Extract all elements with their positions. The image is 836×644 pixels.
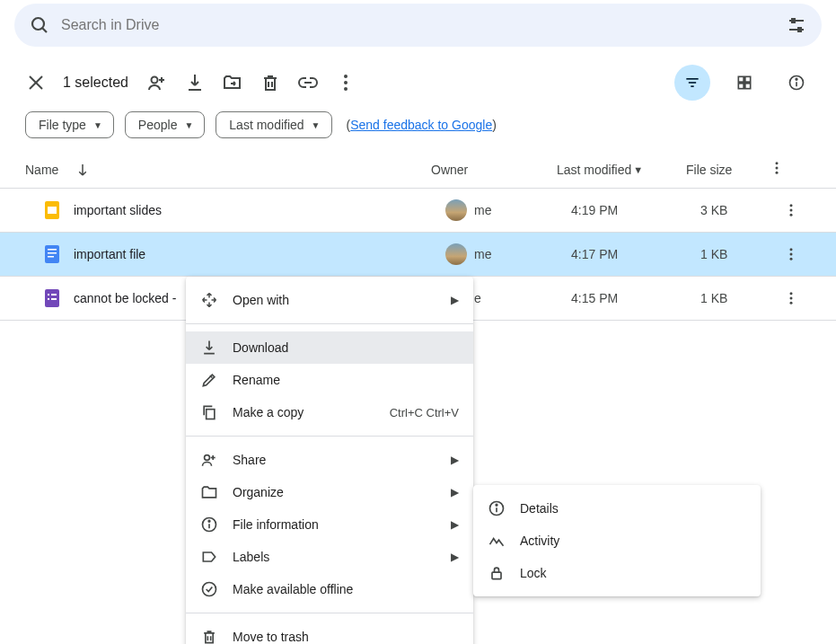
row-more-button[interactable]: [781, 290, 799, 306]
owner-label: me: [474, 247, 491, 261]
svg-point-12: [344, 81, 348, 84]
more-actions-button[interactable]: [335, 72, 356, 93]
modified-cell: 4:15 PM: [571, 291, 700, 305]
last-modified-chip[interactable]: Last modified▼: [216, 111, 331, 138]
menu-download[interactable]: Download: [186, 331, 473, 364]
svg-point-45: [790, 297, 793, 300]
svg-rect-34: [48, 252, 57, 254]
column-owner[interactable]: Owner: [431, 163, 557, 177]
svg-rect-17: [738, 76, 744, 82]
svg-rect-41: [51, 294, 57, 296]
download-button[interactable]: [184, 72, 206, 93]
column-modified[interactable]: Last modified: [557, 163, 631, 177]
share-icon: [200, 451, 218, 469]
menu-make-copy[interactable]: Make a copy Ctrl+C Ctrl+V: [186, 396, 473, 428]
svg-point-0: [32, 18, 44, 30]
filter-toggle-button[interactable]: [674, 65, 710, 101]
feedback-link[interactable]: Send feedback to Google: [350, 118, 492, 132]
menu-label: Move to trash: [233, 630, 459, 644]
row-more-button[interactable]: [781, 202, 799, 218]
menu-offline[interactable]: Make available offline: [186, 573, 473, 605]
chevron-right-icon: ▶: [451, 454, 459, 466]
svg-point-13: [344, 87, 348, 91]
menu-trash[interactable]: Move to trash: [186, 621, 473, 644]
chevron-right-icon: ▶: [451, 518, 459, 531]
menu-label: Make a copy: [233, 405, 390, 419]
chevron-right-icon: ▶: [451, 294, 459, 306]
share-button[interactable]: [146, 72, 168, 93]
row-more-button[interactable]: [781, 246, 799, 262]
menu-label: Download: [233, 340, 459, 355]
svg-rect-40: [48, 294, 49, 296]
menu-labels[interactable]: Labels ▶: [186, 541, 473, 573]
chevron-right-icon: ▶: [451, 486, 459, 498]
rename-icon: [200, 371, 218, 389]
sort-arrow-icon[interactable]: [75, 162, 91, 178]
divider: [186, 436, 473, 437]
column-name[interactable]: Name: [25, 163, 58, 177]
menu-share[interactable]: Share ▶: [186, 444, 473, 476]
menu-rename[interactable]: Rename: [186, 364, 473, 396]
svg-point-8: [151, 77, 157, 84]
table-row[interactable]: important file me 4:17 PM 1 KB: [0, 233, 836, 277]
submenu-details[interactable]: Details: [473, 492, 761, 525]
svg-point-38: [790, 258, 793, 260]
menu-shortcut: Ctrl+C Ctrl+V: [390, 406, 459, 419]
submenu-lock[interactable]: Lock: [473, 557, 761, 589]
search-input[interactable]: [61, 17, 786, 33]
menu-label: Labels: [233, 550, 451, 564]
svg-point-44: [790, 292, 793, 295]
delete-button[interactable]: [260, 72, 281, 93]
svg-point-11: [344, 75, 348, 78]
svg-rect-18: [745, 76, 751, 82]
svg-point-29: [790, 204, 793, 207]
svg-point-36: [790, 248, 793, 251]
label-icon: [200, 548, 218, 566]
people-chip[interactable]: People▼: [125, 111, 206, 138]
search-icon[interactable]: [29, 14, 50, 36]
submenu-activity[interactable]: Activity: [473, 525, 761, 557]
submenu-label: Activity: [520, 534, 746, 548]
divider: [186, 613, 473, 613]
move-button[interactable]: [222, 72, 243, 93]
link-button[interactable]: [297, 72, 319, 93]
grid-view-button[interactable]: [726, 65, 762, 101]
svg-rect-19: [738, 84, 744, 89]
copy-icon: [200, 403, 218, 421]
lock-icon: [488, 564, 506, 582]
svg-line-1: [43, 29, 48, 33]
svg-point-23: [796, 78, 797, 80]
menu-label: Make available offline: [233, 582, 459, 596]
chip-label: Last modified: [229, 118, 304, 132]
filter-chips-row: File type▼ People▼ Last modified▼ (Send …: [0, 111, 836, 151]
slides-icon: [41, 199, 63, 221]
submenu-label: Lock: [520, 566, 746, 580]
menu-organize[interactable]: Organize ▶: [186, 476, 473, 508]
close-selection-button[interactable]: [25, 72, 47, 93]
chevron-right-icon: ▶: [451, 551, 459, 563]
chip-label: People: [138, 118, 178, 132]
info-button[interactable]: [779, 65, 814, 101]
search-bar: [14, 4, 822, 47]
svg-point-26: [776, 172, 779, 174]
table-row[interactable]: important slides me 4:19 PM 3 KB: [0, 189, 836, 233]
file-type-chip[interactable]: File type▼: [25, 111, 114, 138]
info-icon: [200, 516, 218, 534]
forms-icon: [41, 287, 63, 309]
header-more-button[interactable]: [767, 160, 785, 179]
table-header: Name Owner Last modified ▼ File size: [0, 151, 836, 189]
svg-rect-28: [48, 207, 57, 214]
divider: [186, 323, 473, 324]
svg-rect-47: [207, 410, 215, 419]
menu-open-with[interactable]: Open with ▶: [186, 284, 473, 316]
context-menu: Open with ▶ Download Rename Make a copy …: [186, 277, 473, 644]
column-size[interactable]: File size: [686, 163, 767, 177]
svg-point-24: [776, 162, 779, 164]
submenu-label: Details: [520, 501, 746, 516]
size-cell: 1 KB: [700, 247, 781, 261]
menu-file-information[interactable]: File information ▶: [186, 508, 473, 541]
feedback-text: (Send feedback to Google): [347, 118, 497, 132]
search-options-icon[interactable]: [786, 14, 807, 36]
svg-point-37: [790, 253, 793, 256]
owner-label: me: [474, 203, 491, 217]
